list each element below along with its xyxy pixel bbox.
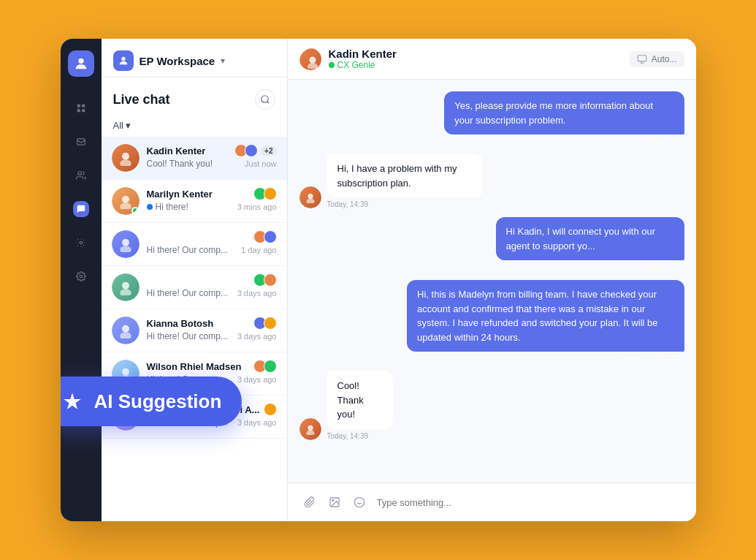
conversation-item[interactable]: Kadin Kenter +2 Cool! Thank you! Just no… <box>102 137 287 180</box>
inbox-icon[interactable] <box>73 134 89 150</box>
integrations-icon[interactable] <box>73 235 89 251</box>
conversation-list: Kadin Kenter +2 Cool! Thank you! Just no… <box>102 137 287 521</box>
message-input[interactable] <box>377 497 684 508</box>
conv-avatars <box>253 360 277 373</box>
message-bubble: Hi, this is Madelyn from billing team. I… <box>407 280 684 352</box>
workspace-logo <box>113 50 134 71</box>
message-bubble: Yes, please provide me more information … <box>444 91 684 135</box>
mini-avatar <box>264 230 277 243</box>
svg-rect-4 <box>82 109 85 112</box>
svg-point-27 <box>306 199 314 203</box>
attachment-button[interactable] <box>299 492 320 512</box>
svg-rect-25 <box>638 55 646 61</box>
workspace-chevron-icon[interactable]: ▾ <box>221 56 225 66</box>
svg-point-24 <box>308 63 318 69</box>
svg-point-0 <box>78 58 83 64</box>
dashboard-icon[interactable] <box>73 100 89 116</box>
conv-time: 3 mins ago <box>237 203 277 211</box>
settings-icon[interactable] <box>73 268 89 284</box>
message-content: Hi, I have a problem with my subscriptio… <box>327 154 544 208</box>
message-content: Hi, this is Madelyn from billing team. I… <box>299 280 684 363</box>
message-avatar <box>299 186 321 208</box>
conversation-item[interactable]: Hi there! Our comp... 3 days ago <box>102 266 287 309</box>
conv-time: 1 day ago <box>241 246 276 254</box>
svg-point-23 <box>309 56 316 63</box>
message-row: Cool! Thank you! Today, 14:39 <box>299 371 684 440</box>
live-chat-title: Live chat <box>113 92 170 107</box>
message-bubble: Cool! Thank you! <box>327 371 394 429</box>
conv-avatars <box>253 317 277 330</box>
chat-header: Kadin Kenter CX Genie Auto... <box>288 39 696 80</box>
conv-time: 3 days ago <box>237 332 277 341</box>
chat-username: Kadin Kenter <box>329 48 397 60</box>
nav-logo[interactable] <box>68 50 94 77</box>
conv-name: Kadin Kenter <box>147 145 206 156</box>
conv-body: Hi there! Our comp... 1 day ago <box>147 230 277 257</box>
ai-suggestion-label: AI Suggestion <box>94 390 222 413</box>
chat-header-actions: Auto... <box>630 51 684 67</box>
conversation-panel: EP Workspace ▾ Live chat All ▾ <box>102 39 288 521</box>
messages-area: Yes, please provide me more information … <box>288 80 696 483</box>
svg-point-8 <box>261 96 267 102</box>
message-time: Today, 14:... <box>645 137 684 145</box>
message-content: Yes, please provide me more information … <box>351 91 684 145</box>
svg-point-32 <box>354 497 364 507</box>
svg-rect-1 <box>77 105 80 107</box>
conv-avatars <box>264 403 277 416</box>
count-badge: +2 <box>261 146 276 156</box>
conv-time: 3 days ago <box>237 375 277 384</box>
message-content: Cool! Thank you! Today, 14:39 <box>327 371 419 440</box>
workspace-title: EP Workspace <box>140 55 215 67</box>
conv-name: Kianna Botosh <box>147 318 214 329</box>
sidebar-nav <box>61 39 102 521</box>
chat-contact-avatar <box>299 48 321 70</box>
conv-preview: Hi there! Our comp... <box>147 331 228 341</box>
conversation-item[interactable]: Marilyn Kenter Hi there! <box>102 180 287 223</box>
contact-badge: CX Genie <box>329 60 397 70</box>
mini-avatar <box>264 273 277 287</box>
message-row: Hi, this is Madelyn from billing team. I… <box>299 280 684 363</box>
mini-avatar <box>264 187 277 200</box>
message-avatar <box>299 418 321 440</box>
message-row: Hi Kadin, I will connect you with our ag… <box>299 217 684 271</box>
conv-preview: Hi there! <box>147 202 188 212</box>
conv-avatars <box>253 187 277 200</box>
online-status-dot <box>131 207 139 214</box>
svg-point-29 <box>306 430 314 434</box>
svg-point-14 <box>120 246 131 252</box>
contacts-icon[interactable] <box>73 167 89 183</box>
message-time: Today, 14:39 – M... <box>622 355 684 363</box>
svg-point-18 <box>120 332 131 338</box>
conv-preview: Hi there! Our comp... <box>147 245 228 255</box>
online-dot <box>329 62 335 68</box>
conv-preview: Cool! Thank you! <box>147 159 213 169</box>
conversation-item[interactable]: Hi there! Our comp... 1 day ago <box>102 223 287 266</box>
svg-point-12 <box>120 203 131 209</box>
message-bubble: Hi, I have a problem with my subscriptio… <box>327 154 484 197</box>
svg-point-31 <box>332 500 333 502</box>
message-row: Yes, please provide me more information … <box>299 91 684 145</box>
avatar <box>112 273 140 301</box>
mini-avatar <box>264 317 277 330</box>
conv-name: Marilyn Kenter <box>147 189 213 200</box>
chat-icon[interactable] <box>73 201 89 217</box>
all-filter-button[interactable]: All ▾ <box>113 120 131 131</box>
message-row: Hi, I have a problem with my subscriptio… <box>299 154 684 208</box>
conversation-item[interactable]: Kianna Botosh Hi there! Our comp... 3 da… <box>102 309 287 352</box>
avatar <box>112 230 140 258</box>
emoji-button[interactable] <box>349 492 370 512</box>
conv-body: Marilyn Kenter Hi there! <box>147 187 277 213</box>
svg-point-7 <box>121 57 125 61</box>
messenger-icon <box>147 204 153 210</box>
conv-name: Wilson Rhiel Madsen <box>147 361 242 372</box>
ai-suggestion-button[interactable]: AI Suggestion <box>61 377 243 426</box>
message-bubble: Hi Kadin, I will connect you with our ag… <box>496 217 684 260</box>
svg-point-13 <box>122 239 129 246</box>
search-button[interactable] <box>255 89 275 110</box>
image-button[interactable] <box>324 492 345 512</box>
conv-time: 3 days ago <box>237 418 277 427</box>
avatar <box>112 187 140 215</box>
svg-rect-3 <box>77 109 80 112</box>
ai-suggestion-icon <box>61 388 85 415</box>
conv-preview: Hi there! Our comp... <box>147 288 228 298</box>
